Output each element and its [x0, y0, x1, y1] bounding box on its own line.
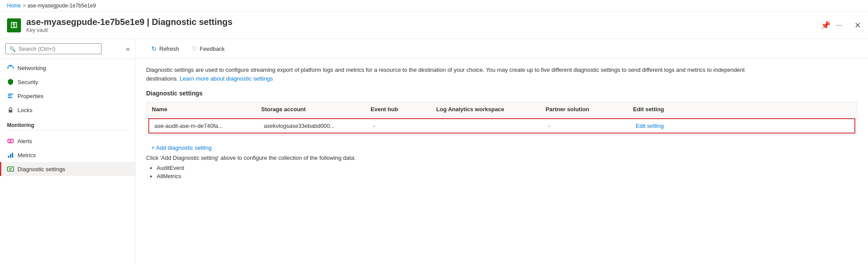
- svg-rect-13: [7, 167, 14, 171]
- sidebar-item-properties[interactable]: Properties: [0, 89, 135, 103]
- sidebar-item-properties-label: Properties: [18, 93, 43, 99]
- more-options-icon[interactable]: ···: [836, 21, 842, 30]
- feedback-button[interactable]: ♡ Feedback: [186, 42, 230, 55]
- page-title: ase-myasegpude-1e7b5e1e9 | Diagnostic se…: [26, 17, 816, 27]
- svg-point-0: [10, 66, 11, 67]
- list-item-auditevent: AuditEvent: [157, 165, 858, 171]
- alerts-icon: [7, 137, 14, 144]
- svg-rect-5: [8, 97, 12, 98]
- main-layout: 🔍 « Networking Security: [0, 39, 868, 264]
- svg-rect-7: [8, 139, 13, 143]
- sidebar-collapse-button[interactable]: «: [126, 45, 130, 53]
- svg-point-1: [7, 67, 9, 69]
- svg-rect-6: [9, 110, 12, 113]
- sidebar-nav: Networking Security Properties: [0, 59, 135, 264]
- header-subtitle: Key vault: [26, 27, 816, 33]
- col-name: Name: [152, 106, 261, 113]
- sidebar-item-diagnostic-settings-label: Diagnostic settings: [18, 166, 65, 172]
- edit-setting-link[interactable]: Edit setting: [636, 123, 664, 129]
- resource-icon: ⚿: [7, 18, 21, 32]
- cell-storage: asekvlogsase33ebabd000...: [264, 123, 373, 129]
- refresh-icon: ↻: [151, 45, 157, 52]
- monitoring-section-label: Monitoring: [0, 117, 135, 130]
- page-content: Diagnostic settings are used to configur…: [136, 59, 868, 264]
- diagnostic-settings-table: Name Storage account Event hub Log Analy…: [146, 102, 858, 136]
- refresh-label: Refresh: [159, 46, 179, 52]
- resource-name: ase-myasegpude-1e7b5e1e9: [26, 17, 144, 27]
- breadcrumb: Home > ase-myasegpude-1e7b5e1e9: [0, 0, 868, 12]
- header-actions: 📌 ··· ✕: [821, 21, 861, 30]
- networking-icon: [7, 64, 14, 71]
- svg-point-2: [13, 67, 14, 69]
- learn-more-link[interactable]: Learn more about diagnostic settings: [180, 75, 273, 82]
- sidebar-item-alerts-label: Alerts: [18, 138, 32, 144]
- svg-rect-11: [10, 154, 11, 158]
- toolbar: ↻ Refresh ♡ Feedback: [136, 39, 868, 59]
- search-box[interactable]: 🔍: [5, 43, 102, 54]
- refresh-button[interactable]: ↻ Refresh: [146, 42, 185, 55]
- sidebar-item-metrics[interactable]: Metrics: [0, 148, 135, 162]
- table-row: ase-audit-ase-m-de740fa... asekvlogsase3…: [149, 119, 854, 133]
- col-eventhub: Event hub: [371, 106, 436, 113]
- sidebar-item-networking-label: Networking: [18, 65, 46, 71]
- col-loganalytics: Log Analytics workspace: [436, 106, 546, 113]
- pin-icon[interactable]: 📌: [821, 21, 830, 30]
- app-container: Home > ase-myasegpude-1e7b5e1e9 ⚿ ase-my…: [0, 0, 868, 264]
- table-row-selected[interactable]: ase-audit-ase-m-de740fa... asekvlogsase3…: [148, 118, 855, 134]
- sidebar-item-diagnostic-settings[interactable]: Diagnostic settings: [0, 162, 135, 176]
- breadcrumb-separator: >: [23, 3, 26, 9]
- section-title: Diagnostic settings: [146, 90, 858, 97]
- svg-rect-10: [8, 156, 9, 158]
- sidebar-item-networking[interactable]: Networking: [0, 61, 135, 75]
- feedback-icon: ♡: [192, 45, 197, 52]
- title-separator: |: [147, 17, 152, 27]
- locks-icon: [7, 106, 14, 113]
- col-edit: Edit setting: [633, 106, 699, 113]
- properties-icon: [7, 92, 14, 99]
- sidebar-search-area: 🔍 «: [0, 39, 135, 59]
- breadcrumb-resource: ase-myasegpude-1e7b5e1e9: [28, 3, 96, 9]
- svg-rect-3: [8, 94, 13, 95]
- bottom-section: Click 'Add Diagnostic setting' above to …: [146, 155, 858, 188]
- main-content: ↻ Refresh ♡ Feedback Diagnostic settings…: [136, 39, 868, 264]
- resource-icon-symbol: ⚿: [10, 21, 18, 29]
- add-diagnostic-setting-link[interactable]: + Add diagnostic setting: [146, 141, 858, 155]
- table-header: Name Storage account Event hub Log Analy…: [147, 102, 857, 116]
- metrics-icon: [7, 151, 14, 158]
- diagnostic-settings-icon: [7, 165, 14, 172]
- cell-eventhub: -: [373, 123, 439, 129]
- svg-rect-4: [8, 95, 11, 96]
- feedback-label: Feedback: [200, 46, 225, 52]
- sidebar-item-locks[interactable]: Locks: [0, 103, 135, 117]
- sidebar-item-security-label: Security: [18, 79, 38, 85]
- sidebar-item-alerts[interactable]: Alerts: [0, 134, 135, 148]
- svg-rect-9: [9, 141, 11, 142]
- header-title-block: ase-myasegpude-1e7b5e1e9 | Diagnostic se…: [26, 17, 816, 33]
- close-icon[interactable]: ✕: [854, 21, 861, 30]
- col-storage: Storage account: [261, 106, 371, 113]
- cell-partner: -: [548, 123, 636, 129]
- page-header: ⚿ ase-myasegpude-1e7b5e1e9 | Diagnostic …: [0, 12, 868, 39]
- security-icon: [7, 78, 14, 85]
- breadcrumb-home[interactable]: Home: [7, 3, 21, 9]
- page-title-text: Diagnostic settings: [152, 17, 232, 27]
- svg-rect-8: [9, 140, 12, 141]
- search-icon: 🔍: [9, 46, 16, 52]
- search-input[interactable]: [18, 46, 88, 52]
- sidebar: 🔍 « Networking Security: [0, 39, 136, 264]
- cell-name: ase-audit-ase-m-de740fa...: [154, 123, 264, 129]
- data-types-list: AuditEvent AllMetrics: [146, 165, 858, 180]
- sidebar-item-metrics-label: Metrics: [18, 152, 36, 158]
- cell-edit[interactable]: Edit setting: [636, 123, 701, 129]
- col-partner: Partner solution: [546, 106, 633, 113]
- sidebar-item-security[interactable]: Security: [0, 75, 135, 89]
- list-item-allmetrics: AllMetrics: [157, 173, 858, 180]
- description-text: Diagnostic settings are used to configur…: [146, 66, 759, 83]
- svg-rect-12: [12, 153, 13, 158]
- sidebar-item-locks-label: Locks: [18, 107, 32, 113]
- bottom-description: Click 'Add Diagnostic setting' above to …: [146, 155, 858, 161]
